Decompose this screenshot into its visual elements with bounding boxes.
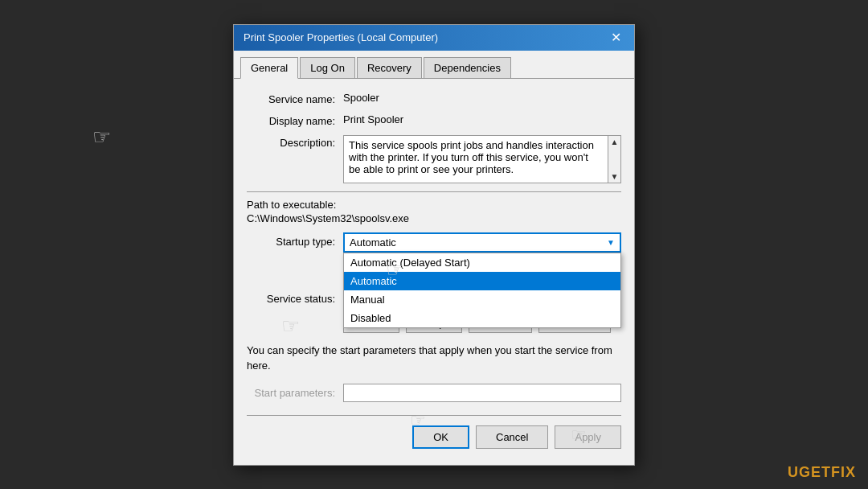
start-params-row: Start parameters: xyxy=(247,384,621,402)
service-status-label: Service status: xyxy=(247,293,343,305)
watermark-suffix: FIX xyxy=(831,464,856,480)
dropdown-selected-value[interactable]: Automatic ▼ xyxy=(343,232,621,253)
cursor-hand-1: ☞ xyxy=(92,125,111,150)
scroll-down-arrow[interactable]: ▼ xyxy=(609,171,620,183)
dropdown-arrow-icon: ▼ xyxy=(607,238,615,247)
divider-1 xyxy=(247,191,621,192)
tab-general[interactable]: General xyxy=(240,57,298,79)
tab-logon[interactable]: Log On xyxy=(300,57,355,78)
service-name-label: Service name: xyxy=(247,92,343,105)
description-row: Description: This service spools print j… xyxy=(247,135,621,183)
dropdown-item-automatic[interactable]: Automatic xyxy=(344,272,620,290)
startup-type-row: Startup type: Automatic ▼ Automatic (Del… xyxy=(247,232,621,253)
path-value: C:\Windows\System32\spoolsv.exe xyxy=(247,212,621,224)
dialog-content: Service name: Spooler Display name: Prin… xyxy=(234,79,634,465)
scroll-up-arrow[interactable]: ▲ xyxy=(609,136,620,148)
print-spooler-dialog: Print Spooler Properties (Local Computer… xyxy=(233,24,635,466)
service-name-row: Service name: Spooler xyxy=(247,92,621,105)
watermark: UGETFIX xyxy=(788,464,856,481)
bottom-divider xyxy=(247,415,621,416)
display-name-row: Display name: Print Spooler xyxy=(247,113,621,127)
apply-button[interactable]: Apply xyxy=(555,425,621,449)
hint-text: You can specify the start parameters tha… xyxy=(247,343,621,374)
startup-type-label: Startup type: xyxy=(247,232,343,248)
path-section: Path to executable: C:\Windows\System32\… xyxy=(247,199,621,224)
action-buttons: OK Cancel Apply xyxy=(247,425,621,452)
dropdown-item-auto-delayed[interactable]: Automatic (Delayed Start) xyxy=(344,253,620,272)
path-label: Path to executable: xyxy=(247,199,621,211)
dropdown-item-disabled[interactable]: Disabled xyxy=(344,309,620,327)
description-label: Description: xyxy=(247,135,343,149)
tab-bar: General Log On Recovery Dependencies xyxy=(234,51,634,79)
description-scrollbar[interactable]: ▲ ▼ xyxy=(608,136,620,183)
tab-recovery[interactable]: Recovery xyxy=(357,57,422,78)
display-name-label: Display name: xyxy=(247,113,343,127)
close-button[interactable]: ✕ xyxy=(608,31,624,44)
start-params-label: Start parameters: xyxy=(247,387,343,399)
display-name-value: Print Spooler xyxy=(343,113,621,125)
dropdown-list: Automatic (Delayed Start) Automatic Manu… xyxy=(343,253,621,328)
title-bar: Print Spooler Properties (Local Computer… xyxy=(234,25,634,51)
startup-type-dropdown[interactable]: Automatic ▼ Automatic (Delayed Start) Au… xyxy=(343,232,621,253)
dialog-title: Print Spooler Properties (Local Computer… xyxy=(244,31,438,43)
dropdown-item-manual[interactable]: Manual xyxy=(344,290,620,309)
start-params-input[interactable] xyxy=(343,384,621,402)
description-text: This service spools print jobs and handl… xyxy=(349,139,616,175)
watermark-prefix: UGET xyxy=(788,464,831,480)
cancel-button[interactable]: Cancel xyxy=(476,425,548,449)
tab-dependencies[interactable]: Dependencies xyxy=(424,57,511,78)
ok-button[interactable]: OK xyxy=(412,425,469,449)
service-name-value: Spooler xyxy=(343,92,621,104)
description-box: This service spools print jobs and handl… xyxy=(343,135,621,183)
selected-option-text: Automatic xyxy=(350,236,396,249)
